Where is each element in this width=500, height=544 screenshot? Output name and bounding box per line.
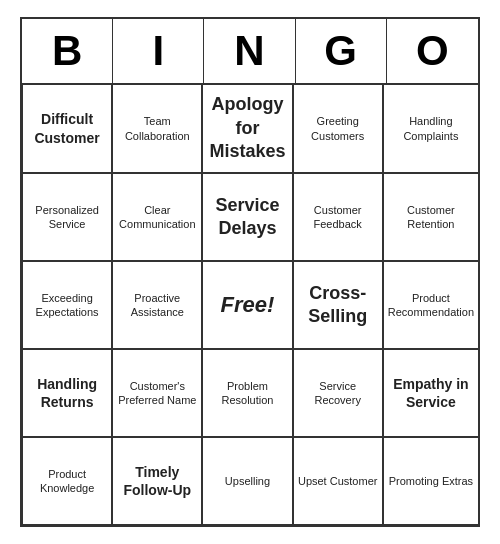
bingo-cell-0: Difficult Customer (22, 85, 112, 173)
cell-label: Service Recovery (298, 379, 378, 408)
bingo-cell-2: Apology for Mistakes (202, 85, 292, 173)
cell-label: Handling Returns (27, 375, 107, 411)
cell-label: Cross-Selling (298, 282, 378, 329)
bingo-cell-20: Product Knowledge (22, 437, 112, 525)
cell-label: Exceeding Expectations (27, 291, 107, 320)
cell-label: Problem Resolution (207, 379, 287, 408)
cell-label: Clear Communication (117, 203, 197, 232)
bingo-cell-12: Free! (202, 261, 292, 349)
bingo-letter-g: G (296, 19, 387, 83)
bingo-cell-13: Cross-Selling (293, 261, 383, 349)
cell-label: Timely Follow-Up (117, 463, 197, 499)
bingo-cell-6: Clear Communication (112, 173, 202, 261)
cell-label: Upset Customer (298, 474, 377, 488)
bingo-cell-23: Upset Customer (293, 437, 383, 525)
cell-label: Product Knowledge (27, 467, 107, 496)
cell-label: Apology for Mistakes (207, 93, 287, 163)
cell-label: Team Collaboration (117, 114, 197, 143)
bingo-letter-o: O (387, 19, 478, 83)
bingo-cell-9: Customer Retention (383, 173, 478, 261)
bingo-cell-16: Customer's Preferred Name (112, 349, 202, 437)
cell-label: Greeting Customers (298, 114, 378, 143)
bingo-letter-b: B (22, 19, 113, 83)
bingo-cell-21: Timely Follow-Up (112, 437, 202, 525)
bingo-cell-14: Product Recommendation (383, 261, 478, 349)
bingo-cell-10: Exceeding Expectations (22, 261, 112, 349)
bingo-cell-8: Customer Feedback (293, 173, 383, 261)
bingo-card: BINGO Difficult CustomerTeam Collaborati… (20, 17, 480, 527)
cell-label: Customer Retention (388, 203, 474, 232)
bingo-cell-11: Proactive Assistance (112, 261, 202, 349)
cell-label: Promoting Extras (389, 474, 473, 488)
cell-label: Empathy in Service (388, 375, 474, 411)
bingo-cell-22: Upselling (202, 437, 292, 525)
cell-label: Product Recommendation (388, 291, 474, 320)
bingo-letter-i: I (113, 19, 204, 83)
bingo-cell-17: Problem Resolution (202, 349, 292, 437)
cell-label: Service Delays (207, 194, 287, 241)
bingo-grid: Difficult CustomerTeam CollaborationApol… (22, 85, 478, 525)
cell-label: Customer Feedback (298, 203, 378, 232)
bingo-cell-18: Service Recovery (293, 349, 383, 437)
cell-label: Upselling (225, 474, 270, 488)
cell-label: Free! (221, 291, 275, 320)
cell-label: Difficult Customer (27, 110, 107, 146)
bingo-cell-15: Handling Returns (22, 349, 112, 437)
bingo-cell-7: Service Delays (202, 173, 292, 261)
cell-label: Handling Complaints (388, 114, 474, 143)
bingo-cell-5: Personalized Service (22, 173, 112, 261)
bingo-header: BINGO (22, 19, 478, 85)
bingo-letter-n: N (204, 19, 295, 83)
bingo-cell-4: Handling Complaints (383, 85, 478, 173)
cell-label: Personalized Service (27, 203, 107, 232)
cell-label: Proactive Assistance (117, 291, 197, 320)
bingo-cell-3: Greeting Customers (293, 85, 383, 173)
cell-label: Customer's Preferred Name (117, 379, 197, 408)
bingo-cell-19: Empathy in Service (383, 349, 478, 437)
bingo-cell-24: Promoting Extras (383, 437, 478, 525)
bingo-cell-1: Team Collaboration (112, 85, 202, 173)
